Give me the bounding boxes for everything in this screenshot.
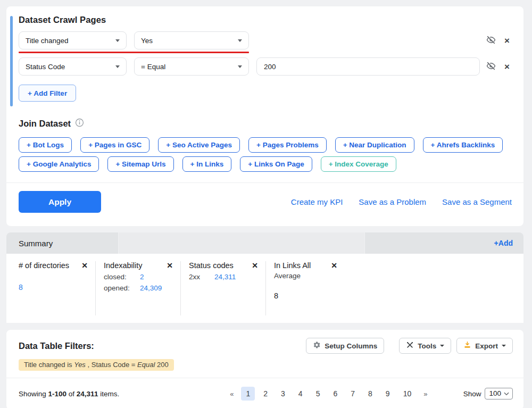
apply-button[interactable]: Apply bbox=[19, 191, 101, 213]
join-links-on-page-button[interactable]: + Links On Page bbox=[240, 156, 312, 172]
info-icon[interactable] bbox=[75, 118, 84, 129]
tag-text: Title changed is bbox=[24, 361, 74, 369]
tag-text-italic: Yes bbox=[74, 361, 86, 369]
join-seo-active-pages-button[interactable]: + Seo Active Pages bbox=[158, 137, 240, 153]
page-size-control: Show 100 bbox=[463, 388, 513, 399]
pagination-page-8[interactable]: 8 bbox=[363, 387, 377, 401]
results-summary: Showing 1-100 of 24,311 items. bbox=[19, 390, 194, 398]
join-dataset-row-2: + Google Analytics + Sitemap Urls + In L… bbox=[19, 156, 513, 172]
join-in-links-button[interactable]: + In Links bbox=[182, 156, 232, 172]
page-size-value: 100 bbox=[489, 389, 501, 397]
filter-row-actions: × bbox=[486, 35, 513, 46]
join-pages-problems-button[interactable]: + Pages Problems bbox=[248, 137, 327, 153]
card-title: Indexability bbox=[104, 261, 143, 270]
pagination-page-10[interactable]: 10 bbox=[398, 387, 417, 401]
summary-tab[interactable]: Summary bbox=[6, 232, 118, 254]
select-value: Status Code bbox=[26, 63, 111, 71]
summary-header-right: +Add bbox=[365, 232, 523, 254]
chevron-down-icon bbox=[502, 345, 506, 347]
filter-row-1: Title changed Yes bbox=[19, 31, 513, 49]
summary-card-indexability: Indexability ✕ closed: 2 opened: 24,309 bbox=[96, 261, 181, 315]
close-icon[interactable]: ✕ bbox=[167, 262, 173, 269]
filter-value-input[interactable] bbox=[256, 57, 480, 76]
card-title: # of directories bbox=[19, 261, 69, 270]
filter-field-select-2[interactable]: Status Code bbox=[19, 57, 127, 76]
card-row: closed: 2 bbox=[104, 273, 180, 281]
summary-cards: # of directories ✕ 8 Indexability ✕ clos… bbox=[6, 254, 523, 323]
join-sitemap-urls-button[interactable]: + Sitemap Urls bbox=[107, 156, 173, 172]
summary-card-status-codes: Status codes ✕ 2xx 24,311 bbox=[181, 261, 266, 315]
summary-header-spacer bbox=[119, 232, 364, 254]
export-button[interactable]: Export bbox=[456, 338, 513, 354]
join-ahrefs-backlinks-button[interactable]: + Ahrefs Backlinks bbox=[423, 137, 503, 153]
card-subtitle: Average bbox=[274, 272, 523, 280]
apply-row: Apply Create my KPI Save as a Problem Sa… bbox=[19, 183, 513, 222]
row-value[interactable]: 2 bbox=[140, 273, 144, 281]
pagination-page-9[interactable]: 9 bbox=[381, 387, 395, 401]
tools-button[interactable]: Tools bbox=[399, 338, 451, 354]
join-near-duplication-button[interactable]: + Near Duplication bbox=[335, 137, 414, 153]
join-bot-logs-button[interactable]: + Bot Logs bbox=[19, 137, 72, 153]
save-as-segment-link[interactable]: Save as a Segment bbox=[442, 197, 512, 206]
create-kpi-link[interactable]: Create my KPI bbox=[291, 197, 343, 206]
filter-row-actions: × bbox=[486, 61, 513, 72]
tools-icon bbox=[406, 341, 414, 351]
summary-section: Summary +Add # of directories ✕ 8 Indexa… bbox=[6, 232, 523, 323]
eye-slash-icon bbox=[486, 35, 496, 46]
card-value: 8 bbox=[274, 292, 523, 300]
hide-filter-button[interactable] bbox=[486, 61, 496, 72]
close-icon[interactable]: ✕ bbox=[252, 262, 258, 269]
pagination-next[interactable]: » bbox=[420, 387, 431, 401]
pagination-page-7[interactable]: 7 bbox=[346, 387, 360, 401]
pagination-page-2[interactable]: 2 bbox=[259, 387, 272, 401]
chevron-down-icon bbox=[115, 65, 120, 68]
active-filters-tag: Title changed is Yes , Status Code = Equ… bbox=[19, 359, 174, 371]
join-dataset-header: Join Dataset bbox=[19, 118, 513, 129]
close-icon: × bbox=[504, 36, 510, 45]
close-icon[interactable]: ✕ bbox=[331, 262, 337, 269]
card-title: Status codes bbox=[189, 261, 234, 270]
summary-add-button[interactable]: +Add bbox=[494, 239, 513, 247]
save-as-problem-link[interactable]: Save as a Problem bbox=[359, 197, 426, 206]
join-dataset-title: Join Dataset bbox=[19, 119, 71, 129]
remove-filter-button[interactable]: × bbox=[504, 62, 510, 71]
close-icon: × bbox=[504, 62, 510, 71]
pagination: « 1 2 3 4 5 6 7 8 9 10 » bbox=[194, 387, 463, 401]
page-size-select[interactable]: 100 bbox=[485, 388, 513, 399]
card-row: 2xx 24,311 bbox=[189, 273, 265, 281]
filter-field-select-1[interactable]: Title changed bbox=[19, 31, 127, 49]
join-pages-in-gsc-button[interactable]: + Pages in GSC bbox=[80, 137, 149, 153]
row-label: opened: bbox=[104, 284, 140, 292]
add-filter-button[interactable]: + Add Filter bbox=[19, 85, 76, 102]
page: Dataset Crawl Pages Title changed Yes bbox=[0, 0, 532, 408]
setup-columns-button[interactable]: Setup Columns bbox=[306, 338, 384, 354]
setup-columns-label: Setup Columns bbox=[325, 342, 377, 350]
pagination-prev[interactable]: « bbox=[226, 387, 237, 401]
tag-text-italic: Equal bbox=[137, 361, 155, 369]
summary-header: Summary +Add bbox=[6, 232, 523, 254]
hide-filter-button[interactable] bbox=[486, 35, 496, 46]
pagination-page-1[interactable]: 1 bbox=[241, 387, 255, 401]
row-label: closed: bbox=[104, 273, 140, 281]
pagination-page-4[interactable]: 4 bbox=[294, 387, 307, 401]
row-value[interactable]: 24,311 bbox=[214, 273, 236, 281]
tools-label: Tools bbox=[418, 342, 436, 350]
pagination-page-6[interactable]: 6 bbox=[328, 387, 342, 401]
filter-operator-select-1[interactable]: Yes bbox=[134, 31, 249, 49]
filter-operator-select-2[interactable]: = Equal bbox=[134, 57, 249, 76]
filter-accent-bar bbox=[10, 16, 13, 106]
join-google-analytics-button[interactable]: + Google Analytics bbox=[19, 156, 99, 172]
card-title: In Links All bbox=[274, 261, 311, 270]
chevron-down-icon bbox=[504, 389, 509, 397]
download-icon bbox=[463, 341, 471, 351]
pagination-page-5[interactable]: 5 bbox=[311, 387, 325, 401]
chevron-down-icon bbox=[238, 39, 242, 42]
row-value[interactable]: 24,309 bbox=[140, 284, 162, 292]
close-icon[interactable]: ✕ bbox=[81, 262, 88, 269]
data-table-panel: Data Table Filters: Setup Columns bbox=[6, 330, 523, 408]
pagination-page-3[interactable]: 3 bbox=[276, 387, 290, 401]
card-value[interactable]: 8 bbox=[19, 283, 95, 292]
remove-filter-button[interactable]: × bbox=[504, 36, 510, 45]
join-index-coverage-button[interactable]: + Index Coverage bbox=[321, 156, 396, 172]
eye-slash-icon bbox=[486, 61, 496, 72]
